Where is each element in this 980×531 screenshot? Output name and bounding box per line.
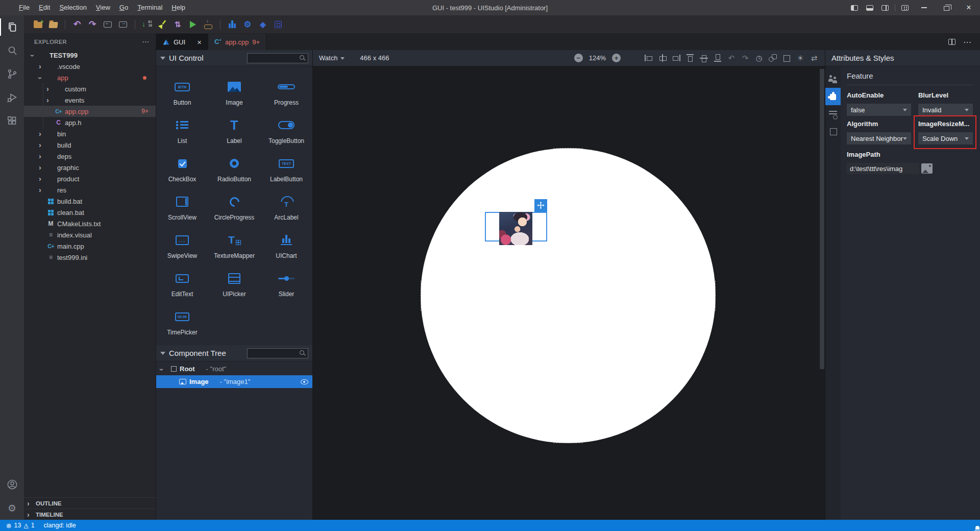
undo-icon[interactable]: ↶ bbox=[70, 18, 84, 31]
align-left-icon[interactable] bbox=[644, 54, 653, 62]
align-bottom-icon[interactable] bbox=[713, 54, 722, 62]
undo-icon[interactable]: ↶ bbox=[727, 54, 736, 62]
visibility-eye-icon[interactable] bbox=[301, 379, 308, 384]
explorer-activity-icon[interactable] bbox=[0, 15, 24, 39]
palette-item[interactable]: UIChart bbox=[260, 227, 312, 265]
palette-item[interactable]: TimePicker bbox=[156, 303, 208, 342]
search-activity-icon[interactable] bbox=[0, 39, 24, 62]
palette-item[interactable]: RadioButton bbox=[208, 150, 260, 188]
package-build-icon[interactable] bbox=[202, 18, 215, 31]
palette-item[interactable]: Progress bbox=[260, 74, 312, 112]
run-icon[interactable] bbox=[186, 18, 200, 31]
chart-tool-icon[interactable] bbox=[226, 18, 239, 31]
feature-attributes-icon[interactable] bbox=[825, 88, 841, 105]
tree-item[interactable]: deps bbox=[24, 151, 156, 162]
theme-toggle-icon[interactable]: ☀ bbox=[796, 54, 805, 62]
layout-attributes-icon[interactable] bbox=[825, 123, 841, 140]
sort-filter-icon[interactable]: ⇅ bbox=[171, 18, 184, 31]
collapse-caret-icon[interactable] bbox=[160, 57, 165, 60]
blurlevel-select[interactable]: Invalid bbox=[918, 104, 973, 116]
palette-item[interactable]: Label bbox=[208, 112, 260, 150]
menu-item[interactable]: Edit bbox=[34, 0, 55, 15]
device-mode-dropdown[interactable]: Watch bbox=[319, 54, 345, 62]
imageresizemode-select[interactable]: Scale Down bbox=[918, 132, 973, 144]
menu-item[interactable]: File bbox=[14, 0, 34, 15]
palette-item[interactable]: CircleProgress bbox=[208, 188, 260, 227]
menu-item[interactable]: Terminal bbox=[133, 0, 167, 15]
extensions-activity-icon[interactable] bbox=[0, 109, 24, 133]
tree-item[interactable]: main.cpp bbox=[24, 240, 156, 252]
collapse-caret-icon[interactable] bbox=[160, 352, 165, 355]
align-top-icon[interactable] bbox=[685, 54, 695, 62]
algorithm-select[interactable]: Nearest Neighbor bbox=[847, 132, 911, 144]
toggle-panel-icon[interactable] bbox=[862, 0, 877, 15]
align-right-icon[interactable] bbox=[672, 54, 681, 62]
watch-preview-icon[interactable]: ◷ bbox=[754, 54, 764, 62]
palette-item[interactable]: Button bbox=[156, 74, 208, 112]
tree-item[interactable]: bin bbox=[24, 128, 156, 139]
palette-item[interactable]: CheckBox bbox=[156, 150, 208, 188]
dock-window-right-icon[interactable] bbox=[116, 18, 130, 31]
tree-item[interactable]: TEST999 bbox=[24, 50, 156, 61]
redo-icon[interactable]: ↷ bbox=[86, 18, 99, 31]
menu-item[interactable]: View bbox=[91, 0, 115, 15]
more-actions-icon[interactable] bbox=[964, 38, 972, 46]
run-debug-activity-icon[interactable] bbox=[0, 86, 24, 109]
tab-app-cpp[interactable]: C+ app.cpp 9+ bbox=[208, 34, 266, 50]
close-button[interactable]: × bbox=[958, 0, 980, 15]
tree-item[interactable]: events bbox=[24, 94, 156, 106]
tab-close-icon[interactable]: × bbox=[197, 38, 202, 46]
timeline-section[interactable]: TIMELINE bbox=[24, 509, 156, 520]
palette-item[interactable]: TextureMapper bbox=[208, 227, 260, 265]
palette-item[interactable]: Slider bbox=[260, 265, 312, 303]
settings-gear-icon[interactable]: ⚙ bbox=[0, 496, 24, 520]
toggle-secondary-sidebar-icon[interactable] bbox=[877, 0, 893, 15]
tab-gui[interactable]: GUI × bbox=[156, 34, 208, 50]
minimize-button[interactable] bbox=[913, 0, 935, 15]
imagepath-input[interactable] bbox=[847, 163, 919, 174]
palette-item[interactable]: ScrollView bbox=[156, 188, 208, 227]
clean-format-icon[interactable] bbox=[156, 18, 169, 31]
zoom-out-button[interactable]: − bbox=[574, 54, 583, 62]
form-attributes-icon[interactable] bbox=[825, 105, 841, 123]
palette-item[interactable]: ArcLabel bbox=[260, 188, 312, 227]
region-select-icon[interactable] bbox=[782, 54, 791, 62]
toggle-sidebar-icon[interactable] bbox=[847, 0, 862, 15]
tree-item[interactable]: product bbox=[24, 173, 156, 184]
tree-item[interactable]: app.h bbox=[24, 117, 156, 128]
problems-indicator[interactable]: ⊗ 13 △! 1 bbox=[6, 522, 35, 529]
move-handle[interactable] bbox=[534, 199, 547, 212]
tree-item[interactable]: test999.ini bbox=[24, 252, 156, 263]
chip-tool-icon[interactable] bbox=[272, 18, 285, 31]
bind-resource-icon[interactable] bbox=[768, 54, 777, 62]
tree-item[interactable]: clean.bat bbox=[24, 207, 156, 218]
component-tree-row[interactable]: Image - "image1" bbox=[156, 375, 312, 388]
sort-lines-icon[interactable] bbox=[140, 18, 154, 31]
design-canvas[interactable] bbox=[313, 66, 825, 520]
gears-tool-icon[interactable]: ⚙ bbox=[241, 18, 254, 31]
tree-item[interactable]: app.cpp 9+ bbox=[24, 106, 156, 117]
canvas-vertical-scrollbar[interactable] bbox=[820, 69, 824, 369]
dock-window-left-icon[interactable] bbox=[101, 18, 114, 31]
tree-item[interactable]: custom bbox=[24, 83, 156, 94]
customize-layout-icon[interactable] bbox=[897, 0, 913, 15]
menu-item[interactable]: Help bbox=[167, 0, 190, 15]
explorer-more-actions-icon[interactable] bbox=[142, 39, 150, 45]
image1-widget[interactable] bbox=[485, 212, 547, 242]
palette-item[interactable]: SwipeView bbox=[156, 227, 208, 265]
component-tree-row[interactable]: Root - "root" bbox=[156, 363, 312, 375]
palette-item[interactable]: List bbox=[156, 112, 208, 150]
new-folder-icon[interactable] bbox=[31, 18, 44, 31]
tree-item[interactable]: app bbox=[24, 72, 156, 83]
language-server-status[interactable]: clangd: idle bbox=[44, 522, 76, 529]
tree-item[interactable]: index.visual bbox=[24, 229, 156, 240]
common-attributes-icon[interactable] bbox=[825, 70, 841, 88]
tree-item[interactable]: build.bat bbox=[24, 196, 156, 207]
align-center-horizontal-icon[interactable] bbox=[658, 54, 667, 62]
tree-item[interactable]: build bbox=[24, 139, 156, 151]
zoom-in-button[interactable]: + bbox=[612, 54, 621, 62]
menu-item[interactable]: Selection bbox=[55, 0, 91, 15]
palette-item[interactable]: EditText bbox=[156, 265, 208, 303]
ui-control-search-input[interactable] bbox=[248, 55, 299, 62]
palette-item[interactable]: Image bbox=[208, 74, 260, 112]
